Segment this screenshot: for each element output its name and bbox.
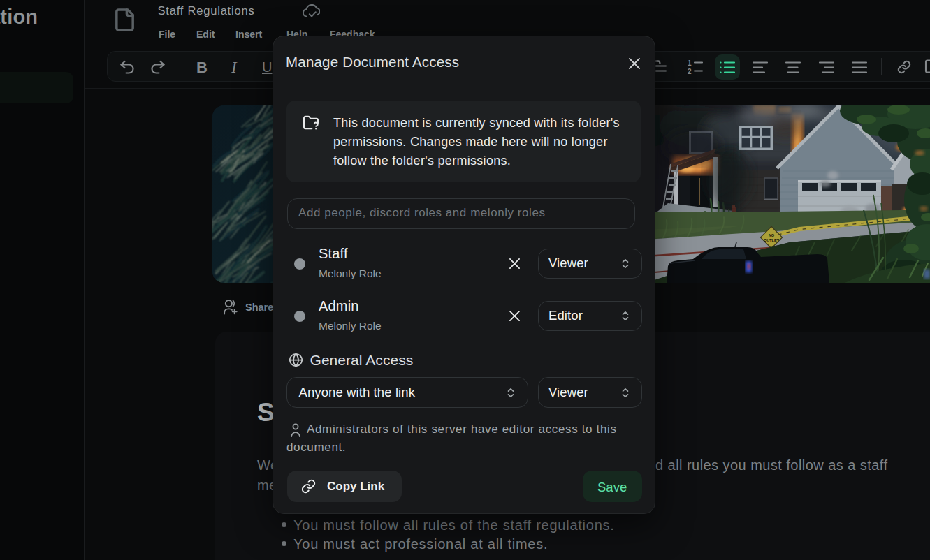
svg-text:B: B: [196, 59, 208, 76]
svg-text:2: 2: [688, 68, 692, 75]
svg-text:U: U: [262, 59, 272, 75]
svg-text:OUTLET: OUTLET: [764, 238, 780, 242]
svg-text:NO: NO: [769, 233, 775, 237]
svg-text:1: 1: [688, 59, 692, 67]
svg-text:I: I: [231, 59, 238, 76]
